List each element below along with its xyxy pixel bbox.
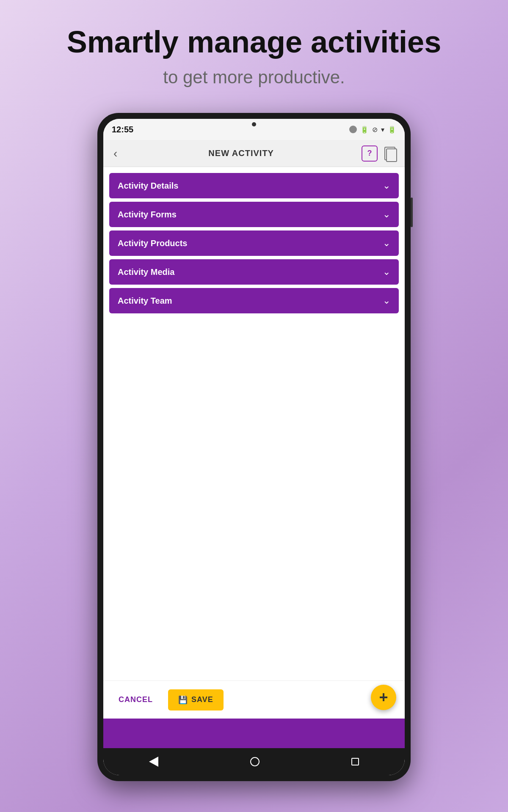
bottom-action-bar: CANCEL 💾 SAVE + [103, 680, 405, 719]
subheadline: to get more productive. [163, 67, 345, 88]
main-content: Activity Details ⌄ Activity Forms ⌄ Acti… [103, 167, 405, 680]
help-button[interactable]: ? [362, 145, 378, 162]
tablet-outer-frame: 12:55 🔋 ⊘ ▾ 🔋 ‹ NEW ACTIVITY ? [97, 113, 411, 781]
status-time: 12:55 [112, 125, 133, 134]
save-label: SAVE [191, 695, 213, 704]
power-button [411, 198, 413, 227]
accordion-activity-products[interactable]: Activity Products ⌄ [109, 230, 399, 256]
accordion-label-forms: Activity Forms [118, 210, 177, 219]
accordion-label-products: Activity Products [118, 239, 187, 248]
accordion-activity-media[interactable]: Activity Media ⌄ [109, 259, 399, 285]
save-floppy-icon: 💾 [178, 695, 188, 705]
tablet-device: 12:55 🔋 ⊘ ▾ 🔋 ‹ NEW ACTIVITY ? [97, 113, 411, 781]
cancel-button[interactable]: CANCEL [112, 690, 160, 709]
signal-icon: 🔋 [388, 126, 396, 134]
battery-icon: 🔋 [360, 126, 369, 134]
purple-footer-bar [103, 719, 405, 748]
app-bar-actions: ? [362, 145, 398, 162]
chevron-down-icon-products: ⌄ [383, 238, 390, 249]
chevron-down-icon-forms: ⌄ [383, 209, 390, 220]
chevron-down-icon-media: ⌄ [383, 266, 390, 277]
front-camera [252, 122, 256, 126]
status-circle-icon [349, 126, 357, 133]
nav-back-button[interactable] [149, 757, 158, 767]
accordion-label-team: Activity Team [118, 296, 172, 306]
fab-add-button[interactable]: + [371, 685, 396, 710]
accordion-label-media: Activity Media [118, 267, 174, 277]
save-button[interactable]: 💾 SAVE [168, 689, 224, 710]
status-icons: 🔋 ⊘ ▾ 🔋 [349, 126, 396, 134]
nav-home-button[interactable] [250, 757, 260, 766]
accordion-activity-team[interactable]: Activity Team ⌄ [109, 288, 399, 313]
accordion-activity-details[interactable]: Activity Details ⌄ [109, 173, 399, 198]
wifi-icon: ▾ [381, 126, 384, 134]
android-nav-bar [103, 748, 405, 775]
chevron-down-icon-team: ⌄ [383, 295, 390, 306]
accordion-activity-forms[interactable]: Activity Forms ⌄ [109, 202, 399, 227]
chevron-down-icon-details: ⌄ [383, 180, 390, 191]
accordion-label-details: Activity Details [118, 181, 178, 191]
tablet-screen: 12:55 🔋 ⊘ ▾ 🔋 ‹ NEW ACTIVITY ? [103, 119, 405, 775]
copy-button[interactable] [383, 146, 398, 161]
app-bar: ‹ NEW ACTIVITY ? [103, 140, 405, 167]
do-not-disturb-icon: ⊘ [372, 126, 378, 134]
back-button[interactable]: ‹ [110, 143, 121, 164]
page-title: NEW ACTIVITY [121, 148, 362, 158]
headline: Smartly manage activities [50, 25, 458, 59]
nav-recent-button[interactable] [351, 758, 359, 765]
